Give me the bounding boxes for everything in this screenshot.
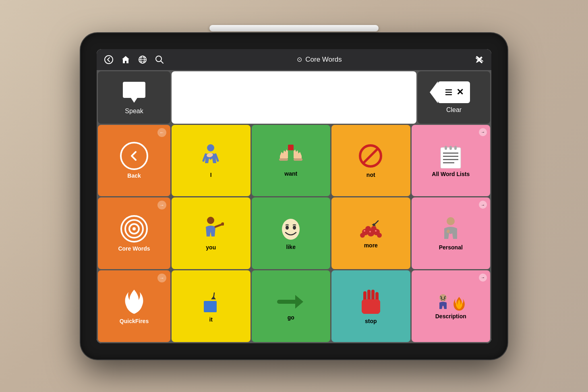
word-cell-want[interactable]: want [252, 125, 331, 197]
apple-pencil [209, 25, 379, 31]
svg-point-33 [286, 226, 289, 230]
person-point-icon [198, 216, 224, 242]
word-cell-you-label: you [206, 244, 216, 251]
description-arrow: → [479, 274, 487, 282]
clear-label: Clear [446, 106, 462, 114]
svg-rect-50 [204, 301, 217, 312]
back-side-button[interactable]: ← Back [98, 125, 170, 197]
word-cell-more[interactable]: more [331, 197, 410, 269]
svg-marker-52 [295, 295, 303, 309]
svg-point-44 [364, 230, 365, 232]
back-arrow-icon [127, 149, 141, 163]
nav-title-icon: ⊙ [297, 56, 302, 63]
svg-point-40 [365, 226, 371, 232]
word-cell-personal[interactable]: → Personal [412, 197, 491, 269]
clear-button[interactable]: ✕ Clear [418, 71, 490, 124]
word-cell-want-label: want [284, 170, 297, 177]
target-icon [120, 215, 148, 243]
quickfires-side-label: QuickFires [120, 318, 149, 324]
side-buttons: ← Back → [98, 125, 170, 342]
text-display-area[interactable] [172, 71, 416, 124]
svg-point-47 [447, 217, 455, 225]
globe-nav-button[interactable] [137, 54, 148, 65]
svg-rect-22 [441, 147, 461, 168]
search-nav-button[interactable] [154, 54, 165, 65]
notepad-icon [439, 143, 462, 168]
egg-face-icon [278, 216, 303, 241]
word-cell-like[interactable]: like [252, 197, 331, 269]
hands-want-icon [277, 144, 305, 168]
nav-title-text: Core Words [305, 56, 342, 64]
core-words-arrow: → [157, 201, 166, 209]
word-cell-I-label: I [210, 172, 212, 178]
list-lines-icon [444, 87, 455, 97]
nav-right-controls [474, 54, 485, 65]
core-words-side-label: Core Words [118, 245, 150, 252]
svg-rect-58 [362, 299, 380, 314]
hand-stop-icon [358, 288, 383, 315]
home-nav-button[interactable] [120, 54, 131, 65]
svg-rect-25 [454, 146, 457, 150]
description-icons [435, 293, 466, 311]
tablet-screen: ⊙ Core Words [97, 49, 491, 343]
svg-rect-18 [279, 158, 288, 161]
svg-point-60 [441, 297, 442, 299]
scene: ⊙ Core Words [0, 0, 588, 392]
word-cell-go[interactable]: go [252, 270, 331, 342]
svg-point-46 [375, 230, 377, 232]
word-cell-stop[interactable]: stop [331, 270, 410, 342]
fire-scene-icon [452, 296, 466, 311]
svg-point-43 [377, 233, 382, 238]
svg-point-0 [105, 56, 113, 64]
top-bar: Speak ✕ [98, 71, 490, 124]
back-circle-icon [120, 142, 148, 170]
nav-left-controls [103, 54, 165, 65]
word-cell-description-label: Description [435, 313, 466, 319]
svg-point-61 [444, 297, 445, 299]
person-self-icon [198, 143, 224, 169]
word-cell-not-label: not [366, 172, 375, 178]
svg-point-14 [133, 227, 136, 230]
tablet-shell: ⊙ Core Words [81, 33, 507, 359]
speak-button[interactable]: Speak [98, 71, 170, 124]
word-cell-like-label: like [286, 244, 296, 250]
quickfires-side-button[interactable]: → QuickFires [98, 270, 170, 342]
blue-square-icon [199, 290, 223, 314]
svg-rect-24 [449, 146, 452, 150]
word-cell-I[interactable]: I [172, 125, 251, 197]
word-cell-all-word-lists-label: All Word Lists [432, 171, 470, 177]
core-words-side-button[interactable]: → Core Words [98, 197, 170, 269]
main-content: Speak ✕ [97, 70, 491, 343]
personal-arrow: → [479, 201, 487, 209]
svg-rect-17 [288, 145, 294, 150]
word-cell-description[interactable]: → [412, 270, 491, 342]
svg-rect-23 [445, 146, 447, 150]
word-cell-go-label: go [288, 314, 294, 321]
speak-label: Speak [125, 108, 143, 115]
svg-rect-19 [294, 158, 302, 161]
svg-line-7 [161, 61, 163, 63]
svg-point-59 [439, 294, 447, 301]
word-cell-all-word-lists[interactable]: → [412, 125, 491, 197]
word-cell-it[interactable]: it [172, 270, 251, 342]
word-cell-not[interactable]: not [331, 125, 410, 197]
svg-line-21 [362, 148, 379, 164]
word-grid: I want [172, 125, 490, 342]
clear-arrow-icon: ✕ [438, 81, 470, 103]
svg-point-45 [369, 231, 371, 232]
back-nav-button[interactable] [103, 54, 114, 65]
word-cell-stop-label: stop [365, 318, 377, 324]
speech-bubble-icon [121, 80, 147, 104]
svg-point-30 [207, 217, 214, 224]
svg-point-42 [360, 233, 365, 238]
svg-point-32 [282, 219, 300, 240]
word-cell-you[interactable]: you [172, 197, 251, 269]
nav-bar: ⊙ Core Words [97, 49, 491, 70]
settings-nav-button[interactable] [474, 54, 485, 65]
svg-point-34 [293, 226, 296, 230]
person-chest-icon [438, 216, 464, 242]
berries-icon [357, 218, 385, 240]
flame-icon [123, 288, 145, 315]
word-cell-more-label: more [364, 242, 378, 249]
word-cell-it-label: it [209, 316, 213, 323]
